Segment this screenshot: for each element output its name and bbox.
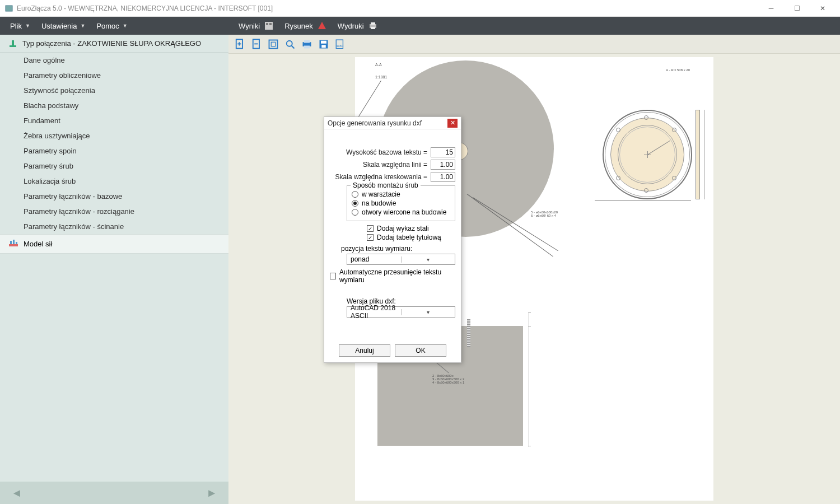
tree-section-model[interactable]: Model sił	[0, 234, 228, 254]
tree-item[interactable]: Sztywność połączenia	[0, 83, 228, 98]
main: Wyniki Rysunek Wydruki DXF A-A 1:1881 5 …	[228, 17, 840, 504]
svg-point-21	[287, 40, 292, 46]
tree-item[interactable]: Parametry łączników - ścinanie	[0, 219, 228, 234]
svg-rect-9	[269, 23, 272, 25]
svg-rect-2	[10, 45, 16, 47]
connection-icon	[9, 40, 17, 48]
input-text-height[interactable]	[431, 147, 455, 157]
anchor-bolt	[467, 319, 470, 347]
tree-item[interactable]: Blacha podstawy	[0, 98, 228, 113]
remove-page-icon[interactable]	[251, 39, 262, 50]
nav-arrows: ◄ ►	[0, 482, 228, 504]
minimize-button[interactable]: ─	[758, 1, 784, 16]
scale-label: 1:1881	[375, 75, 387, 79]
print2-icon[interactable]	[301, 39, 312, 50]
new-page-icon[interactable]	[234, 39, 245, 50]
label-dim-text-pos: pozycja tekstu wymiaru:	[341, 245, 455, 253]
svg-rect-8	[266, 23, 268, 25]
tree-item[interactable]: Parametry łączników - bazowe	[0, 189, 228, 204]
dimension-line	[704, 110, 709, 199]
svg-rect-28	[321, 45, 326, 48]
ok-button[interactable]: OK	[395, 344, 446, 357]
label-hatch-scale: Skala względna kreskowania =	[335, 173, 427, 181]
sub-toolbar: DXF	[228, 35, 840, 54]
tree-header-label: Typ połączenia - ZAKOTWIENIE SŁUPA OKRĄG…	[22, 39, 201, 48]
toolbar: Wyniki Rysunek Wydruki	[228, 17, 840, 35]
baseplate-plan	[603, 110, 692, 199]
dialog-titlebar[interactable]: Opcje generowania rysunku dxf ✕	[324, 117, 461, 129]
nav-prev-icon[interactable]: ◄	[11, 487, 22, 500]
svg-rect-25	[304, 45, 310, 48]
svg-rect-13	[371, 27, 375, 29]
chk-steel-list[interactable]: ✓Dodaj wykaz stali	[367, 225, 455, 232]
tree-item[interactable]: Żebra usztywniające	[0, 128, 228, 143]
app-icon	[4, 4, 13, 13]
dxf-icon[interactable]: DXF	[335, 39, 346, 50]
svg-line-22	[292, 45, 295, 48]
toolbar-wyniki[interactable]: Wyniki	[234, 17, 278, 35]
canvas: A-A 1:1881 5 - ø6x60x600x20 6 - ø6x60/ 6…	[228, 54, 840, 504]
model-icon	[9, 239, 18, 249]
svg-rect-6	[16, 242, 17, 244]
cancel-button[interactable]: Anuluj	[339, 344, 390, 357]
menu-pomoc[interactable]: Pomoc▼	[92, 17, 132, 35]
save-icon[interactable]	[318, 39, 329, 50]
toolbar-wydruki[interactable]: Wydruki	[333, 17, 382, 35]
svg-rect-3	[9, 244, 18, 246]
tree-item[interactable]: Parametry łączników - rozciąganie	[0, 204, 228, 219]
label-text-height: Wysokość bazowa tekstu =	[346, 148, 427, 156]
dialog-title: Opcje generowania rysunku dxf	[328, 119, 447, 127]
chevron-down-icon: ▾	[401, 309, 455, 315]
toolbar-rysunek[interactable]: Rysunek	[280, 17, 331, 35]
zoom-icon[interactable]	[284, 39, 296, 50]
radio-onsite[interactable]: na budowie	[352, 199, 450, 207]
chk-auto-shift[interactable]: Automatyczne przesunięcie tekstu wymiaru	[330, 268, 455, 284]
svg-rect-4	[10, 241, 12, 244]
mounting-fieldset: Sposób montażu śrub w warsztacie na budo…	[347, 185, 455, 221]
label-line-scale: Skala względna linii =	[363, 161, 427, 169]
svg-text:DXF: DXF	[337, 44, 343, 48]
print-icon	[368, 21, 377, 30]
tree-header[interactable]: Typ połączenia - ZAKOTWIENIE SŁUPA OKRĄG…	[0, 35, 228, 53]
select-dim-text-pos[interactable]: ponad▾	[347, 254, 455, 265]
svg-rect-12	[371, 22, 375, 25]
tree-item[interactable]: Lokalizacja śrub	[0, 174, 228, 189]
tree-item[interactable]: Dane ogólne	[0, 53, 228, 68]
titlebar: EuroZłącza 5.0 - WEWNĘTRZNA, NIEKOMERCYJ…	[0, 0, 840, 17]
maximize-button[interactable]: ☐	[784, 1, 810, 16]
dxf-options-dialog: Opcje generowania rysunku dxf ✕ Wysokość…	[324, 116, 461, 363]
window-title: EuroZłącza 5.0 - WEWNĘTRZNA, NIEKOMERCYJ…	[17, 4, 758, 12]
menubar: Plik▼ Ustawienia▼ Pomoc▼	[0, 17, 228, 35]
section-label: A-A	[375, 63, 382, 67]
menu-plik[interactable]: Plik▼	[6, 17, 35, 35]
menu-ustawienia[interactable]: Ustawienia▼	[37, 17, 90, 35]
close-button[interactable]: ✕	[810, 1, 836, 16]
sidebar: Plik▼ Ustawienia▼ Pomoc▼ Typ połączenia …	[0, 17, 228, 504]
tree-item[interactable]: Parametry spoin	[0, 143, 228, 158]
svg-rect-20	[271, 42, 276, 46]
input-line-scale[interactable]	[431, 160, 455, 170]
tree-item[interactable]: Fundament	[0, 113, 228, 128]
tree-model-label: Model sił	[24, 240, 52, 248]
svg-rect-5	[13, 240, 15, 244]
dialog-close-button[interactable]: ✕	[447, 119, 458, 128]
select-dxf-version[interactable]: AutoCAD 2018 ASCII▾	[347, 306, 455, 318]
radio-workshop[interactable]: w warsztacie	[352, 190, 450, 198]
nav-next-icon[interactable]: ►	[206, 487, 217, 500]
baseplate-side	[696, 110, 700, 199]
tree: Typ połączenia - ZAKOTWIENIE SŁUPA OKRĄG…	[0, 35, 228, 482]
tree-item[interactable]: Parametry śrub	[0, 158, 228, 174]
drawing-icon	[318, 21, 326, 30]
svg-rect-19	[269, 40, 278, 48]
dimension-line	[529, 312, 534, 447]
input-hatch-scale[interactable]	[431, 172, 455, 182]
chk-title-table[interactable]: ✓Dodaj tabelę tytułową	[367, 234, 455, 241]
top-dim-label: A - RO 508 x 20	[666, 68, 690, 72]
dimension-line	[595, 200, 691, 205]
fit-page-icon[interactable]	[268, 39, 279, 50]
radio-drilled[interactable]: otwory wiercone na budowie	[352, 208, 450, 216]
tree-item[interactable]: Parametry obliczeniowe	[0, 68, 228, 83]
svg-rect-0	[6, 6, 12, 11]
mounting-legend: Sposób montażu śrub	[351, 181, 421, 189]
chevron-down-icon: ▾	[401, 256, 455, 263]
